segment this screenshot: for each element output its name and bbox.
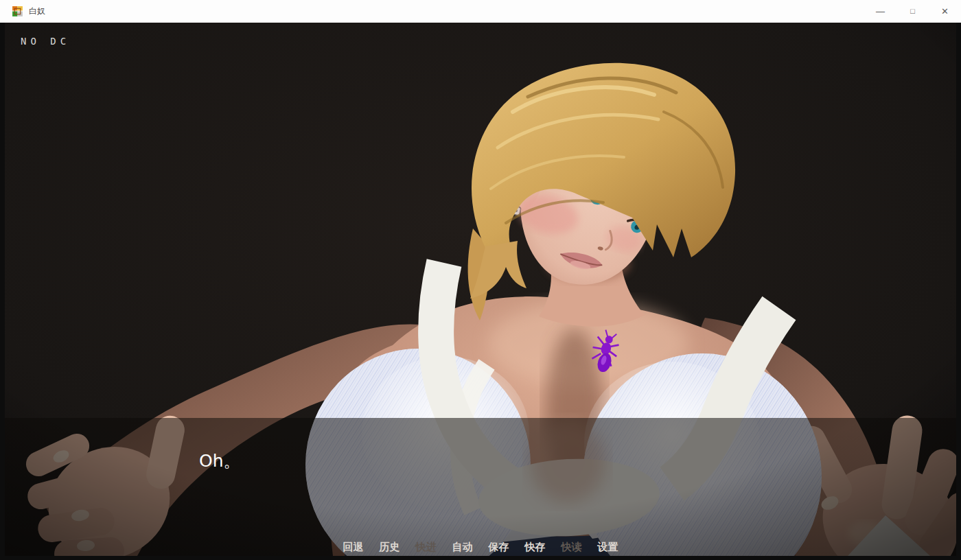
quick-menu-qsave[interactable]: 快存 bbox=[525, 541, 546, 554]
quick-menu-back[interactable]: 回退 bbox=[343, 541, 364, 554]
game-viewport[interactable]: NO DC Oh。 回退 历史 快进 自动 保存 快存 快读 设置 bbox=[5, 23, 956, 556]
dialogue-textbox[interactable]: Oh。 回退 历史 快进 自动 保存 快存 快读 设置 bbox=[5, 418, 956, 556]
quick-menu-auto[interactable]: 自动 bbox=[452, 541, 473, 554]
hud-top-left-label: NO DC bbox=[21, 36, 70, 47]
minimize-button[interactable]: — bbox=[864, 0, 896, 23]
quick-menu-qload: 快读 bbox=[561, 541, 582, 554]
quick-menu-history[interactable]: 历史 bbox=[380, 541, 400, 554]
maximize-button[interactable]: □ bbox=[896, 0, 929, 23]
quick-menu: 回退 历史 快进 自动 保存 快存 快读 设置 bbox=[5, 541, 956, 554]
quick-menu-settings[interactable]: 设置 bbox=[598, 541, 618, 554]
window-title: 白奴 bbox=[29, 5, 45, 17]
quick-menu-skip: 快进 bbox=[416, 541, 437, 554]
dialogue-text: Oh。 bbox=[199, 450, 241, 472]
window-controls: — □ ✕ bbox=[864, 0, 961, 23]
window-titlebar[interactable]: 白奴 — □ ✕ bbox=[0, 0, 961, 23]
close-button[interactable]: ✕ bbox=[929, 0, 961, 23]
app-icon bbox=[12, 5, 23, 17]
quick-menu-save[interactable]: 保存 bbox=[489, 541, 509, 554]
desktop: { "window": { "title": "白奴", "minimize_g… bbox=[0, 0, 961, 560]
